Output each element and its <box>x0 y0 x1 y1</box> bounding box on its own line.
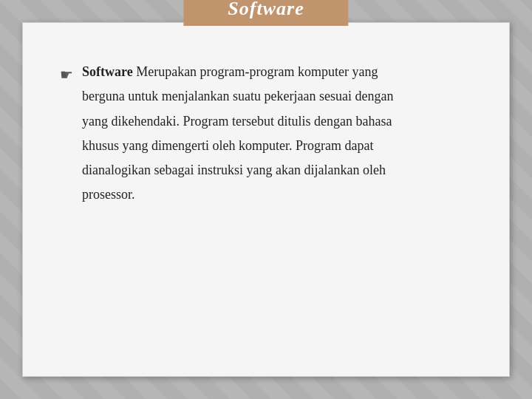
bullet-item: ☛ Software Merupakan program-program kom… <box>60 60 472 208</box>
line2: berguna untuk menjalankan suatu pekerjaa… <box>82 89 394 103</box>
line4: khusus yang dimengerti oleh komputer. Pr… <box>82 138 373 153</box>
line6: prosessor. <box>82 187 135 202</box>
header-tab: Software <box>183 0 348 26</box>
line3: yang dikehendaki. Program tersebut ditul… <box>82 114 392 129</box>
bullet-text-block: Software Merupakan program-program kompu… <box>82 60 394 208</box>
bullet-text: Software Merupakan program-program kompu… <box>82 64 378 79</box>
slide-container: Software ☛ Software Merupakan program-pr… <box>22 22 510 377</box>
term-label: Software <box>82 64 133 79</box>
line5: dianalogikan sebagai instruksi yang akan… <box>82 163 386 177</box>
slide-content: ☛ Software Merupakan program-program kom… <box>23 23 509 236</box>
bullet-icon: ☛ <box>60 61 73 88</box>
slide-title: Software <box>228 0 304 19</box>
